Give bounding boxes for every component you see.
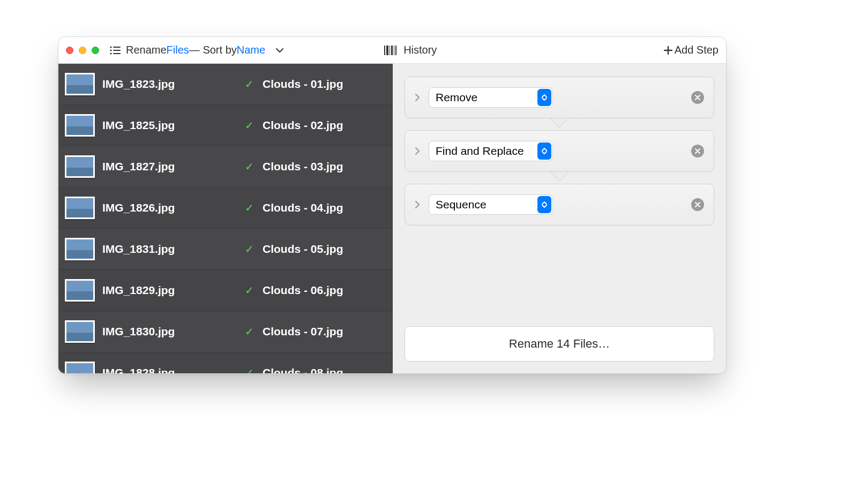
window-title: Rename Files — Sort by Name (126, 44, 265, 56)
file-row[interactable]: IMG_1830.jpg ✓ Clouds - 07.jpg (58, 311, 393, 352)
thumbnail-icon (65, 279, 95, 302)
thumbnail-icon (65, 320, 95, 343)
step-card: Sequence (405, 184, 714, 226)
add-step-button[interactable]: Add Step (664, 44, 719, 56)
original-filename: IMG_1831.jpg (102, 243, 237, 255)
thumbnail-icon (65, 155, 95, 178)
check-icon: ✓ (245, 119, 254, 132)
original-filename: IMG_1823.jpg (102, 78, 237, 91)
window-controls (66, 47, 99, 54)
step-connector (405, 118, 714, 131)
new-filename: Clouds - 02.jpg (263, 119, 343, 132)
title-prefix: Rename (126, 44, 167, 56)
svg-rect-8 (390, 46, 390, 55)
remove-step-button[interactable] (691, 145, 704, 157)
select-stepper-icon (537, 196, 551, 213)
file-row[interactable]: IMG_1827.jpg ✓ Clouds - 03.jpg (58, 146, 393, 187)
original-filename: IMG_1830.jpg (102, 325, 237, 338)
expand-step-button[interactable] (415, 147, 420, 155)
svg-rect-6 (384, 46, 385, 55)
history-button[interactable]: History (403, 44, 437, 56)
check-icon: ✓ (245, 78, 254, 91)
new-filename: Clouds - 08.jpg (263, 366, 343, 373)
thumbnail-icon (65, 238, 95, 260)
thumbnail-icon (65, 73, 95, 95)
new-filename: Clouds - 06.jpg (263, 284, 343, 297)
svg-point-0 (110, 46, 111, 48)
close-window-button[interactable] (66, 47, 73, 54)
step-card: Remove (405, 77, 714, 118)
file-row[interactable]: IMG_1831.jpg ✓ Clouds - 05.jpg (58, 229, 393, 270)
check-icon: ✓ (245, 160, 254, 173)
new-filename: Clouds - 04.jpg (263, 201, 343, 214)
original-filename: IMG_1828.jpg (102, 366, 237, 373)
rename-button-label: Rename 14 Files… (509, 337, 610, 351)
check-icon: ✓ (245, 201, 254, 214)
svg-rect-1 (113, 47, 121, 48)
svg-point-2 (110, 49, 111, 51)
step-type-select[interactable]: Sequence (429, 194, 553, 215)
step-type-label: Sequence (436, 198, 494, 211)
title-files-link[interactable]: Files (167, 44, 189, 56)
thumbnail-icon (65, 197, 95, 219)
original-filename: IMG_1825.jpg (102, 119, 237, 132)
file-row[interactable]: IMG_1829.jpg ✓ Clouds - 06.jpg (58, 270, 393, 311)
select-stepper-icon (537, 142, 551, 160)
new-filename: Clouds - 03.jpg (263, 160, 343, 173)
svg-rect-3 (113, 50, 121, 51)
expand-step-button[interactable] (415, 94, 420, 101)
add-step-label: Add Step (675, 44, 719, 56)
barcode-icon (384, 46, 398, 55)
file-row[interactable]: IMG_1823.jpg ✓ Clouds - 01.jpg (58, 64, 393, 105)
remove-step-button[interactable] (691, 91, 704, 104)
step-type-select[interactable]: Find and Replace (429, 141, 553, 161)
file-row[interactable]: IMG_1828.jpg ✓ Clouds - 08.jpg (58, 352, 393, 373)
expand-step-button[interactable] (415, 201, 420, 208)
original-filename: IMG_1829.jpg (102, 284, 237, 297)
remove-step-button[interactable] (691, 198, 704, 211)
original-filename: IMG_1826.jpg (102, 201, 237, 214)
file-row[interactable]: IMG_1826.jpg ✓ Clouds - 04.jpg (58, 187, 393, 229)
minimize-window-button[interactable] (79, 47, 86, 54)
svg-point-4 (110, 52, 111, 54)
step-card: Find and Replace (405, 130, 714, 172)
file-list[interactable]: IMG_1823.jpg ✓ Clouds - 01.jpg IMG_1825.… (58, 64, 393, 373)
rename-button[interactable]: Rename 14 Files… (405, 326, 714, 362)
sort-dropdown-button[interactable] (276, 48, 283, 53)
check-icon: ✓ (245, 366, 254, 373)
steps-panel: Remove (393, 64, 726, 373)
new-filename: Clouds - 07.jpg (263, 325, 343, 338)
select-stepper-icon (537, 89, 551, 106)
window-body: IMG_1823.jpg ✓ Clouds - 01.jpg IMG_1825.… (58, 64, 726, 373)
toolbar: Rename Files — Sort by Name History Add … (58, 37, 726, 64)
thumbnail-icon (65, 114, 95, 137)
svg-rect-5 (113, 53, 121, 54)
check-icon: ✓ (245, 325, 254, 338)
step-type-select[interactable]: Remove (429, 87, 553, 108)
check-icon: ✓ (245, 284, 254, 297)
app-window: Rename Files — Sort by Name History Add … (58, 36, 727, 374)
step-type-label: Find and Replace (436, 145, 532, 157)
title-sort-link[interactable]: Name (237, 44, 265, 56)
check-icon: ✓ (245, 243, 254, 255)
title-mid: — Sort by (189, 44, 237, 56)
file-row[interactable]: IMG_1825.jpg ✓ Clouds - 02.jpg (58, 105, 393, 146)
svg-rect-7 (386, 46, 388, 55)
new-filename: Clouds - 01.jpg (263, 78, 343, 91)
svg-rect-9 (391, 46, 393, 55)
new-filename: Clouds - 05.jpg (263, 243, 343, 255)
list-icon[interactable] (110, 46, 121, 55)
svg-rect-11 (395, 46, 396, 55)
original-filename: IMG_1827.jpg (102, 160, 237, 173)
step-type-label: Remove (436, 91, 485, 104)
zoom-window-button[interactable] (92, 47, 99, 54)
thumbnail-icon (65, 362, 95, 373)
step-connector (405, 171, 714, 184)
svg-rect-10 (394, 46, 394, 55)
